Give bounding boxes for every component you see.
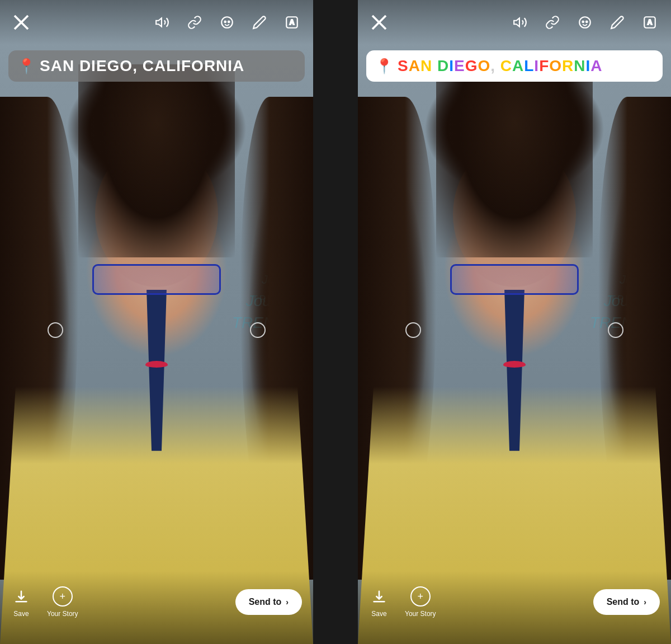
svg-point-4 bbox=[224, 21, 226, 23]
left-close-button[interactable] bbox=[11, 12, 31, 32]
right-location-text: SAN DIEGO, CALIFORNIA bbox=[398, 57, 603, 75]
right-send-to-button[interactable]: Send to › bbox=[593, 589, 660, 615]
right-send-to-label: Send to bbox=[607, 597, 640, 607]
right-story-plus-icon: + bbox=[418, 591, 424, 601]
rainbow-o: O bbox=[478, 57, 490, 74]
pen-icon[interactable] bbox=[249, 12, 270, 32]
rainbow-n2: N bbox=[574, 57, 585, 74]
svg-point-3 bbox=[221, 17, 233, 28]
text-icon[interactable]: A bbox=[282, 12, 302, 32]
rainbow-e1: E bbox=[454, 57, 465, 74]
svg-text:A: A bbox=[648, 18, 653, 26]
right-your-story-circle: + bbox=[410, 586, 431, 607]
right-location-sticker[interactable]: 📍 SAN DIEGO, CALIFORNIA bbox=[366, 50, 663, 82]
left-save-action[interactable]: Save bbox=[11, 586, 31, 618]
rainbow-a1: A bbox=[409, 57, 420, 74]
left-your-story-action[interactable]: + Your Story bbox=[47, 586, 78, 618]
right-pin-icon: 📍 bbox=[375, 58, 393, 75]
right-bottom-bar: Save + Your Story Send to › bbox=[358, 571, 671, 644]
left-toolbar: A bbox=[0, 0, 313, 45]
right-text-icon[interactable]: A bbox=[640, 12, 660, 32]
right-story-label: Your Story bbox=[405, 610, 436, 618]
right-send-chevron-icon: › bbox=[644, 598, 646, 607]
rainbow-a2: A bbox=[512, 57, 524, 74]
rainbow-g: G bbox=[465, 57, 478, 74]
left-bottom-left: Save + Your Story bbox=[11, 586, 78, 618]
right-pen-icon[interactable] bbox=[607, 12, 627, 32]
svg-marker-2 bbox=[156, 18, 162, 26]
left-send-to-button[interactable]: Send to › bbox=[235, 589, 302, 615]
right-toolbar-icons: A bbox=[510, 12, 660, 32]
right-face-icon[interactable] bbox=[575, 12, 595, 32]
rainbow-d: D bbox=[437, 57, 449, 74]
rainbow-space2 bbox=[495, 57, 500, 74]
left-save-icon bbox=[11, 586, 31, 607]
right-save-label: Save bbox=[371, 610, 386, 618]
left-bottom-bar: Save + Your Story Send to › bbox=[0, 571, 313, 644]
volume-icon[interactable] bbox=[152, 12, 172, 32]
right-bottom-left: Save + Your Story bbox=[369, 586, 436, 618]
rainbow-space1 bbox=[432, 57, 437, 74]
rainbow-i1: I bbox=[449, 57, 454, 74]
right-toolbar: A bbox=[358, 0, 671, 45]
svg-text:A: A bbox=[290, 18, 295, 26]
right-close-button[interactable] bbox=[369, 12, 389, 32]
rainbow-f: F bbox=[539, 57, 549, 74]
svg-marker-11 bbox=[514, 18, 519, 26]
left-location-sticker[interactable]: 📍 SAN DIEGO, CALIFORNIA bbox=[8, 50, 305, 82]
photo-background: JovisTRENDS bbox=[0, 0, 313, 644]
left-send-to-label: Send to bbox=[249, 597, 282, 607]
right-your-story-action[interactable]: + Your Story bbox=[405, 586, 436, 618]
rainbow-l1: L bbox=[524, 57, 534, 74]
rainbow-s: S bbox=[398, 57, 409, 74]
svg-point-13 bbox=[582, 21, 584, 23]
rainbow-o2: O bbox=[549, 57, 562, 74]
right-story-panel: JovisTRENDS A 📍 SAN DIE bbox=[358, 0, 671, 644]
right-save-action[interactable]: Save bbox=[369, 586, 389, 618]
svg-point-12 bbox=[579, 17, 590, 28]
left-pin-icon: 📍 bbox=[17, 58, 35, 75]
link-icon[interactable] bbox=[185, 12, 205, 32]
left-send-chevron-icon: › bbox=[286, 598, 289, 607]
left-story-plus-icon: + bbox=[60, 591, 66, 601]
rainbow-i3: I bbox=[585, 57, 590, 74]
left-save-label: Save bbox=[13, 610, 29, 618]
right-photo-background: JovisTRENDS bbox=[358, 0, 671, 644]
rainbow-i2: I bbox=[534, 57, 539, 74]
rainbow-a3: A bbox=[590, 57, 602, 74]
left-story-panel: JovisTRENDS A 📍 SAN DIEGO, CAL bbox=[0, 0, 313, 644]
svg-point-5 bbox=[228, 21, 230, 23]
left-location-text: SAN DIEGO, CALIFORNIA bbox=[40, 57, 244, 75]
left-toolbar-icons: A bbox=[152, 12, 302, 32]
left-story-label: Your Story bbox=[47, 610, 78, 618]
rainbow-r: R bbox=[562, 57, 574, 74]
rainbow-n: N bbox=[420, 57, 432, 74]
left-your-story-circle: + bbox=[53, 586, 73, 607]
right-link-icon[interactable] bbox=[542, 12, 563, 32]
right-volume-icon[interactable] bbox=[510, 12, 530, 32]
rainbow-c: C bbox=[500, 57, 512, 74]
panel-divider bbox=[313, 0, 358, 644]
rainbow-comma: , bbox=[490, 57, 495, 74]
face-icon[interactable] bbox=[217, 12, 237, 32]
right-save-icon bbox=[369, 586, 389, 607]
svg-point-14 bbox=[586, 21, 588, 23]
